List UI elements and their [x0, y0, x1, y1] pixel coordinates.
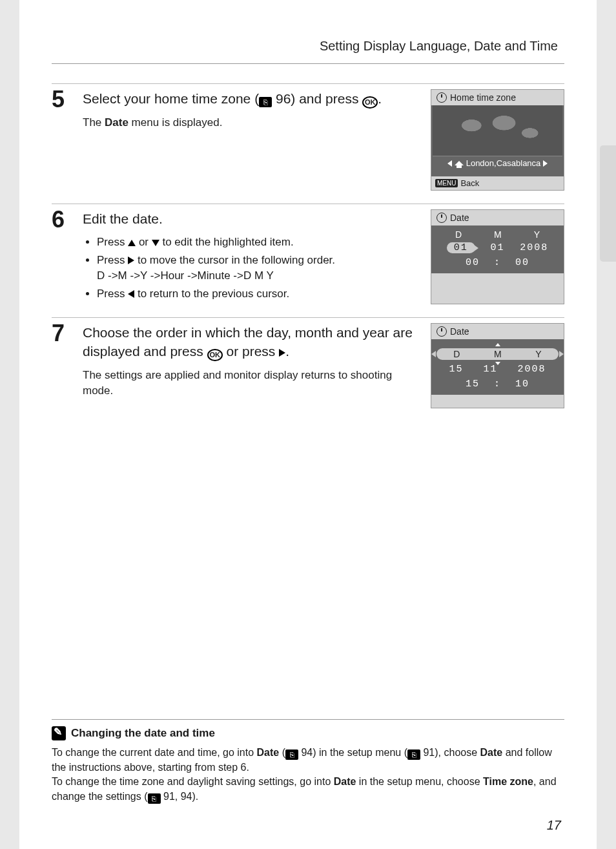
page-number: 17	[547, 818, 561, 833]
step-6: 6 Edit the date. Press or to edit the hi…	[52, 204, 564, 317]
text: ), choose	[435, 747, 480, 758]
pencil-icon	[52, 726, 66, 740]
label-m: M	[494, 229, 502, 240]
page-ref-icon: ⎘	[285, 749, 298, 760]
label-d: D	[453, 349, 460, 359]
step-5-heading: Select your home time zone (⎘ 96) and pr…	[83, 89, 421, 109]
step-6-heading: Edit the date.	[83, 209, 421, 228]
value-m: 11	[483, 364, 497, 375]
colon: :	[494, 379, 501, 390]
page-ref-icon: ⎘	[407, 749, 420, 760]
dmy-labels: D M Y	[431, 229, 564, 240]
text: or press	[223, 344, 280, 359]
lcd-title: Date	[450, 326, 469, 337]
ok-button-icon: OK	[362, 96, 378, 109]
text: ) in the setup menu (	[313, 747, 407, 758]
text: ).	[192, 791, 198, 802]
ok-button-icon: OK	[207, 349, 223, 361]
colon: :	[494, 257, 501, 268]
arrow-left-icon	[447, 160, 452, 167]
text: The	[83, 116, 105, 129]
lcd-gap	[431, 395, 564, 408]
triangle-down-icon	[152, 240, 159, 246]
page-ref: 91, 94	[163, 791, 192, 802]
value-hour: 15	[466, 379, 480, 390]
step-number: 7	[52, 318, 83, 421]
triangle-left-icon	[128, 290, 134, 298]
page-ref-icon: ⎘	[259, 97, 272, 107]
text-bold: Date	[257, 747, 280, 758]
world-map	[433, 105, 562, 156]
home-icon	[455, 161, 464, 165]
time-values: 00 : 00	[431, 257, 564, 268]
lcd-date-order: Date D M Y 15 11 2008	[431, 323, 564, 408]
page-ref: 96	[276, 91, 291, 106]
triangle-right-icon	[128, 257, 134, 264]
caret-up-icon	[495, 343, 500, 346]
lcd-location: London,Casablanca	[466, 158, 541, 168]
triangle-up-icon	[128, 240, 136, 246]
lcd-title-row: Date	[431, 210, 564, 225]
value-minute: 10	[515, 379, 529, 390]
text-bold: Date	[105, 116, 128, 129]
text: D ->M ->Y ->Hour ->Minute ->D M Y	[97, 269, 274, 282]
text: To change the time zone and daylight sav…	[52, 776, 334, 787]
note-body: To change the current date and time, go …	[52, 746, 564, 804]
text: Press	[97, 236, 128, 248]
step-number: 6	[52, 204, 83, 317]
text: ) and press	[291, 91, 362, 106]
text: to edit the highlighted item.	[159, 236, 294, 248]
text: Press	[97, 254, 128, 266]
label-m: M	[494, 349, 502, 359]
caret-down-icon	[495, 362, 500, 365]
step-7-heading: Choose the order in which the day, month…	[83, 323, 421, 361]
text: Press	[97, 288, 128, 300]
lcd-gap	[431, 273, 564, 286]
header-rule	[52, 63, 564, 64]
triangle-right-icon	[279, 349, 285, 357]
label-d: D	[455, 229, 462, 240]
text: to move the cursor in the following orde…	[134, 254, 335, 266]
lcd-title-row: Date	[431, 324, 564, 339]
text-bold: Date	[334, 776, 356, 787]
value-m: 01	[490, 242, 504, 253]
page-ref-icon: ⎘	[148, 793, 161, 804]
dmy-order-selector: D M Y	[436, 348, 559, 360]
lcd-location-row: London,Casablanca	[431, 156, 564, 170]
value-y: 2008	[520, 242, 548, 253]
lcd-date-edit: Date D M Y 01 01 2008 00 :	[431, 209, 564, 304]
lcd-timezone: Home time zone London,Casablanca MENU Ba…	[431, 89, 564, 191]
page-ref: 94	[301, 747, 313, 758]
value-minute: 00	[515, 257, 529, 268]
clock-icon	[436, 92, 447, 103]
lcd-footer: MENU Back	[431, 176, 564, 190]
step-7-sub: The settings are applied and monitor dis…	[83, 368, 421, 399]
text-bold: Time zone	[483, 776, 533, 787]
page-header-title: Setting Display Language, Date and Time	[52, 39, 564, 54]
label-y: Y	[535, 349, 541, 359]
lcd-back-label: Back	[460, 178, 479, 188]
text: or	[136, 236, 152, 248]
time-values: 15 : 10	[431, 379, 564, 390]
label-y: Y	[534, 229, 540, 240]
page-ref: 91	[423, 747, 435, 758]
text: To change the current date and time, go …	[52, 747, 257, 758]
value-hour: 00	[466, 257, 480, 268]
list-item: Press to return to the previous cursor.	[97, 286, 421, 302]
note-rule	[52, 719, 564, 720]
dmy-values: 01 01 2008	[431, 242, 564, 253]
dmy-values: 15 11 2008	[431, 364, 564, 375]
list-item: Press or to edit the highlighted item.	[97, 235, 421, 250]
note-section: Changing the date and time To change the…	[52, 719, 564, 804]
text: .	[285, 344, 289, 359]
arrow-right-icon	[543, 160, 548, 167]
lcd-title: Date	[450, 213, 469, 223]
note-heading: Changing the date and time	[52, 726, 564, 740]
clock-icon	[436, 326, 447, 337]
lcd-title-row: Home time zone	[431, 90, 564, 105]
list-item: Press to move the cursor in the followin…	[97, 253, 421, 284]
step-7: 7 Choose the order in which the day, mon…	[52, 317, 564, 421]
step-5: 5 Select your home time zone (⎘ 96) and …	[52, 83, 564, 204]
step-5-sub: The Date menu is displayed.	[83, 115, 421, 131]
step-6-bullets: Press or to edit the highlighted item. P…	[83, 235, 421, 301]
